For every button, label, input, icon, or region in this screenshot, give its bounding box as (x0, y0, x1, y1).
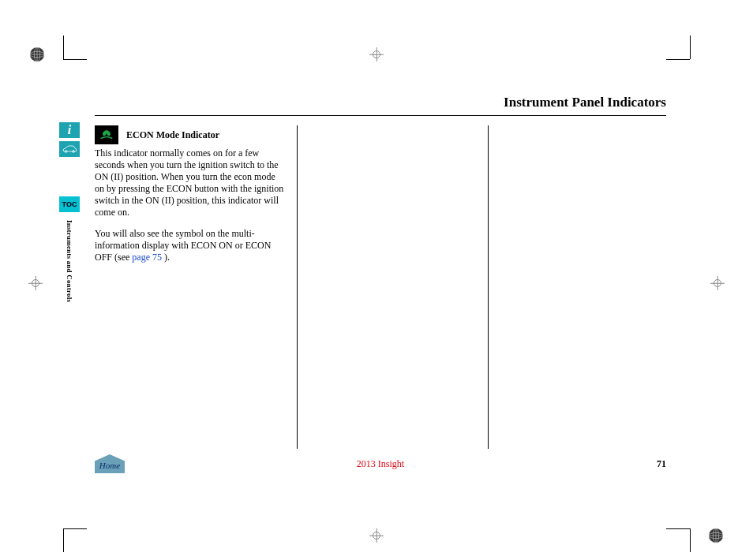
column-separator-1 (297, 125, 298, 449)
car-outline-icon (62, 144, 77, 154)
sidebar-vehicle-button[interactable] (59, 141, 80, 157)
column-3 (501, 125, 667, 449)
page-content: Instrument Panel Indicators ECON Mode In… (95, 95, 666, 477)
section-heading: ECON Mode Indicator (126, 129, 219, 141)
page-footer: Home 2013 Insight 71 (95, 454, 666, 473)
page-link-75[interactable]: page 75 (132, 252, 162, 263)
registration-cross-top (369, 47, 384, 62)
para-2-post: ). (162, 252, 170, 263)
crop-mark-tr (682, 39, 714, 71)
home-button-label: Home (99, 461, 120, 470)
sidebar-section-label: Instruments and Controls (66, 220, 73, 302)
footer-model-year: 2013 Insight (357, 458, 404, 470)
registration-cross-right (710, 276, 725, 290)
para-2: You will also see the symbol on the mult… (95, 228, 284, 263)
page-number: 71 (657, 458, 666, 470)
registration-cross-bottom (369, 528, 384, 543)
column-1: ECON Mode Indicator This indicator norma… (95, 125, 284, 449)
sidebar-info-button[interactable]: i (59, 122, 80, 138)
page-title: Instrument Panel Indicators (95, 95, 666, 116)
registration-cross-left (28, 276, 43, 290)
sidebar-nav: i TOC Instruments and Controls (57, 122, 82, 302)
para-1: This indicator normally comes on for a f… (95, 147, 284, 218)
sidebar-toc-button[interactable]: TOC (59, 196, 80, 212)
crop-mark-bl (39, 517, 71, 548)
home-button[interactable]: Home (95, 454, 125, 473)
crop-mark-tl (39, 39, 71, 71)
crop-mark-br (682, 517, 714, 548)
econ-indicator-icon-box (95, 125, 118, 144)
column-separator-2 (488, 125, 489, 449)
column-2 (310, 125, 476, 449)
econ-leaf-icon (99, 128, 114, 142)
para-2-pre: You will also see the symbol on the mult… (95, 228, 271, 263)
